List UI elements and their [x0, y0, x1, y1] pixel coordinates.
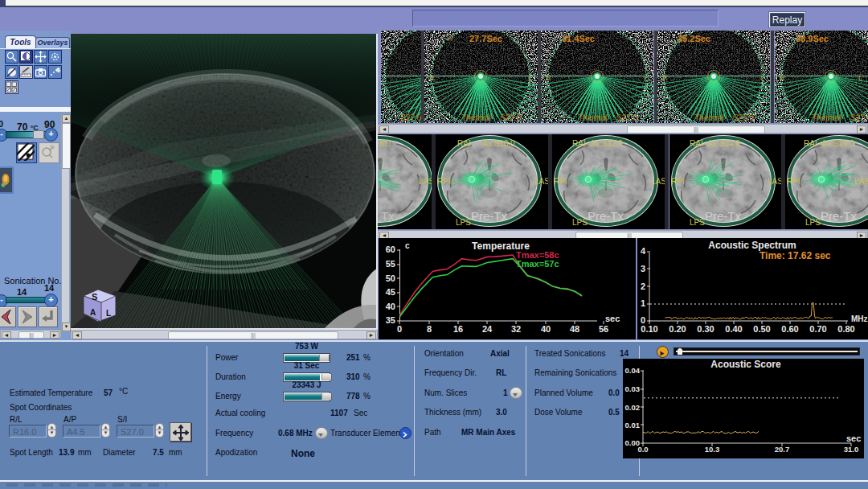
svg-text:Acoustic Score: Acoustic Score — [710, 359, 781, 370]
svg-text:c: c — [405, 241, 410, 250]
svg-text:LAS: LAS — [768, 177, 783, 186]
svg-text:L: L — [106, 309, 111, 318]
svg-text:sec: sec — [605, 314, 620, 323]
svg-text:4: 4 — [641, 246, 646, 256]
svg-text:RAI: RAI — [690, 139, 703, 148]
svg-text:RPI: RPI — [437, 177, 451, 186]
svg-text:35: 35 — [386, 315, 395, 325]
svg-text:3: 3 — [641, 264, 645, 273]
svg-text:40: 40 — [541, 324, 551, 334]
svg-text:RPI: RPI — [671, 177, 685, 186]
svg-text:1: 1 — [641, 298, 645, 308]
svg-text:Pre-Tx: Pre-Tx — [588, 209, 624, 223]
svg-text:Pre-Tx: Pre-Tx — [821, 209, 858, 223]
svg-text:LAS: LAS — [651, 177, 666, 186]
svg-text:RPI: RPI — [787, 177, 800, 186]
svg-text:RAI: RAI — [457, 139, 471, 148]
svg-text:10.3: 10.3 — [705, 445, 720, 454]
svg-text:LPS: LPS — [690, 218, 705, 227]
svg-text:0.50: 0.50 — [753, 324, 770, 334]
svg-text:32: 32 — [511, 324, 521, 334]
svg-text:20.7: 20.7 — [775, 445, 790, 454]
svg-text:8: 8 — [427, 324, 432, 334]
svg-text:0: 0 — [397, 324, 402, 334]
svg-text:Ax S12.0: Ax S12.0 — [590, 139, 623, 148]
svg-text:RPI: RPI — [554, 177, 567, 186]
svg-text:8.0: 8.0 — [379, 139, 391, 148]
svg-text:2: 2 — [641, 281, 645, 291]
svg-text:0.70: 0.70 — [809, 324, 826, 334]
svg-text:Tmax=57c: Tmax=57c — [516, 259, 559, 269]
svg-text:sec: sec — [846, 434, 861, 443]
svg-text:W: W — [680, 35, 687, 43]
svg-text:Ax S14.0: Ax S14.0 — [707, 139, 740, 148]
svg-text:LAS: LAS — [534, 177, 550, 186]
svg-text:S27.0: S27.0 — [500, 113, 522, 122]
svg-text:50: 50 — [386, 273, 395, 283]
svg-text:LPS: LPS — [572, 218, 588, 227]
svg-text:Time: 17.62 sec: Time: 17.62 sec — [760, 250, 831, 261]
svg-text:Acoustic Spectrum: Acoustic Spectrum — [708, 240, 796, 251]
svg-text:0.20: 0.20 — [669, 324, 686, 334]
svg-text:RAI: RAI — [572, 139, 586, 148]
svg-text:S27.0: S27.0 — [850, 113, 868, 122]
svg-text:0.60: 0.60 — [781, 324, 798, 334]
svg-text:A: A — [90, 308, 96, 317]
svg-text:45: 45 — [386, 287, 395, 297]
svg-text:LPS: LPS — [805, 218, 821, 227]
svg-text:Thermal: Thermal — [694, 113, 724, 122]
svg-text:0.01: 0.01 — [625, 421, 641, 429]
svg-text:W: W — [563, 35, 571, 43]
svg-text:48: 48 — [570, 324, 579, 334]
svg-text:31.0: 31.0 — [844, 445, 859, 454]
svg-text:Ax S16.0: Ax S16.0 — [821, 139, 854, 148]
svg-text:Tx: Tx — [381, 209, 395, 223]
svg-text:0.04: 0.04 — [625, 366, 641, 375]
svg-text:55: 55 — [386, 259, 395, 269]
svg-text:LPS: LPS — [456, 218, 471, 227]
svg-text:Thermal: Thermal — [578, 113, 608, 122]
svg-text:S27.0: S27.0 — [616, 113, 638, 122]
svg-text:0.0: 0.0 — [637, 445, 648, 454]
svg-text:0.80: 0.80 — [837, 324, 854, 334]
svg-text:Pre-Tx: Pre-Tx — [471, 209, 508, 223]
svg-text:0.03: 0.03 — [625, 384, 641, 393]
svg-text:24: 24 — [482, 324, 493, 334]
svg-text:40: 40 — [386, 302, 395, 311]
svg-text:27.7Sec: 27.7Sec — [469, 34, 502, 43]
svg-text:0.02: 0.02 — [625, 403, 641, 412]
svg-text:0.10: 0.10 — [641, 324, 657, 334]
svg-text:56: 56 — [599, 324, 608, 334]
svg-text:W: W — [797, 35, 805, 43]
svg-text:16: 16 — [453, 324, 463, 334]
svg-text:MHz: MHz — [851, 314, 868, 323]
svg-text:S27.0: S27.0 — [733, 113, 755, 122]
svg-text:0.40: 0.40 — [725, 324, 742, 334]
svg-text:Thermal: Thermal — [461, 113, 491, 122]
svg-text:RAI: RAI — [804, 139, 817, 148]
svg-text:W: W — [447, 35, 454, 43]
svg-text:Pre-Tx: Pre-Tx — [705, 209, 742, 223]
svg-text:0.30: 0.30 — [697, 324, 714, 334]
svg-text:Thermal: Thermal — [812, 113, 841, 122]
svg-text:60: 60 — [386, 244, 395, 254]
svg-text:S: S — [92, 292, 97, 302]
svg-text:Ax S10.0: Ax S10.0 — [482, 139, 515, 148]
svg-text:LAS: LAS — [854, 177, 868, 186]
